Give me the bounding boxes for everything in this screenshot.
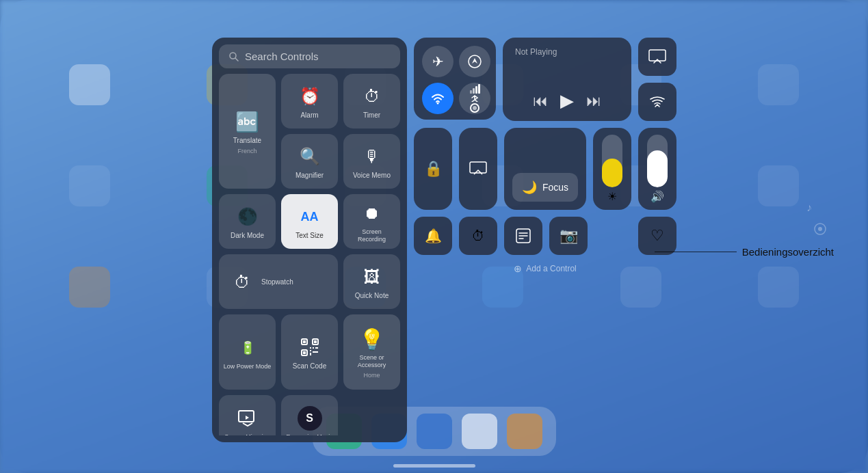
dark-mode-control[interactable]: 🌑 Dark Mode (219, 194, 276, 249)
notes-quick-btn[interactable] (504, 217, 542, 255)
not-playing-label: Not Playing (515, 47, 619, 57)
low-power-label: Low Power Mode (224, 363, 272, 370)
low-power-icon: 🔋 (235, 336, 260, 360)
alarm-icon: ⏰ (298, 84, 322, 109)
screen-mirroring-control[interactable]: Screen Mirroring (219, 395, 276, 435)
svg-rect-7 (303, 351, 306, 354)
svg-rect-8 (310, 347, 311, 349)
focus-label: Focus (542, 182, 568, 193)
stopwatch-control[interactable]: ⏱ Stopwatch (219, 254, 338, 309)
search-bar[interactable]: Search Controls (219, 44, 400, 68)
radio-waves-icon (813, 222, 827, 238)
add-control-btn[interactable]: ⊕ Add a Control (414, 263, 676, 274)
translate-sublabel: French (237, 148, 257, 154)
alarm-label: Alarm (300, 111, 318, 120)
wifi-btn[interactable] (422, 83, 453, 114)
low-power-control[interactable]: 🔋 Low Power Mode (219, 314, 276, 390)
scene-accessory-icon: 💡 (360, 327, 384, 351)
quick-note-icon: 🖼 (360, 265, 384, 289)
focus-btn[interactable]: 🌙 Focus (512, 173, 578, 202)
airplay-audio-btn[interactable] (638, 83, 676, 121)
annotation-text: Bedieningsoverzicht (742, 246, 834, 258)
airdrop-btn[interactable] (459, 46, 490, 77)
cc-bottom-row: 🔔 ⏱ 📷 ♡ (414, 217, 676, 255)
heart-icon: ♡ (650, 227, 664, 245)
scene-accessory-control[interactable]: 💡 Scene or Accessory Home (343, 314, 400, 390)
cc-middle-row: 🔒 🌙 Focus ☀ (414, 128, 676, 210)
svg-rect-11 (310, 350, 311, 351)
recognize-music-icon: S (298, 406, 322, 431)
svg-rect-9 (313, 347, 314, 349)
stopwatch-icon: ⏱ (230, 270, 254, 295)
speaker-icon: 🔊 (650, 190, 664, 203)
timer-control[interactable]: ⏱ Timer (343, 74, 400, 129)
text-size-icon: AA (298, 204, 322, 229)
recognize-music-control[interactable]: S Recognize Music (281, 395, 338, 435)
brightness-track (602, 135, 622, 187)
text-size-control[interactable]: AA Text Size (281, 194, 338, 249)
lock-rotation-icon: 🔒 (424, 160, 443, 178)
airplane-mode-btn[interactable]: ✈ (422, 46, 453, 77)
translate-control[interactable]: 🔤 Translate French (219, 74, 276, 189)
rotation-lock-btn[interactable]: 🔒 (414, 128, 452, 210)
volume-slider[interactable]: 🔊 (638, 128, 676, 210)
notes-icon (514, 227, 532, 245)
scan-code-label: Scan Code (293, 362, 326, 370)
screen-recording-label: Screen Recording (347, 228, 396, 243)
voice-memo-icon: 🎙 (360, 144, 384, 169)
add-icon: ⊕ (514, 263, 522, 274)
music-note-icon: ♪ (806, 202, 812, 214)
bell-icon: 🔔 (425, 228, 442, 244)
search-icon (228, 51, 239, 62)
focus-dots-icon (470, 103, 479, 113)
overlay-area: Search Controls 🔤 Translate French ⏰ Ala… (212, 38, 676, 442)
screen-recording-control[interactable]: ⏺ Screen Recording (343, 194, 400, 249)
top-right-icons (638, 38, 676, 121)
screen-recording-icon: ⏺ (360, 201, 384, 226)
volume-track (647, 135, 668, 187)
wifi-icon (430, 91, 445, 106)
play-btn[interactable]: ▶ (560, 90, 574, 111)
alarm-control[interactable]: ⏰ Alarm (281, 74, 338, 129)
mirror-icon (469, 161, 488, 177)
control-center-panel: ✈ (414, 38, 676, 442)
bluetooth-icon (470, 95, 479, 102)
moon-icon: 🌙 (522, 180, 537, 195)
screen-time-btn[interactable]: ⏱ (459, 217, 497, 255)
silent-mode-btn[interactable]: 🔔 (414, 217, 452, 255)
home-indicator[interactable] (393, 464, 475, 468)
stopwatch-label: Stopwatch (261, 278, 293, 286)
quick-note-control[interactable]: 🖼 Quick Note (343, 254, 400, 309)
voice-memo-control[interactable]: 🎙 Voice Memo (343, 134, 400, 189)
brightness-slider[interactable]: ☀ (593, 128, 631, 210)
search-placeholder: Search Controls (245, 51, 319, 62)
airdrop-icon (467, 54, 482, 69)
controls-grid: 🔤 Translate French ⏰ Alarm ⏱ Timer 🔍 Mag… (219, 74, 400, 435)
add-controls-panel: Search Controls 🔤 Translate French ⏰ Ala… (212, 38, 407, 442)
now-playing-block: Not Playing ⏮ ▶ ⏭ (503, 38, 631, 121)
svg-rect-10 (315, 347, 318, 349)
quick-note-label: Quick Note (355, 292, 389, 300)
svg-rect-13 (310, 353, 311, 355)
mirror-btn[interactable] (459, 128, 497, 210)
fast-forward-btn[interactable]: ⏭ (586, 92, 601, 110)
recognize-music-label: Recognize Music (286, 433, 333, 435)
svg-point-0 (230, 53, 236, 59)
svg-line-1 (236, 58, 239, 61)
translate-icon: 🔤 (235, 109, 260, 134)
screen-time-icon: ⏱ (471, 228, 485, 244)
cc-top-row: ✈ (414, 38, 676, 121)
scan-code-control[interactable]: Scan Code (281, 314, 338, 390)
connectivity-block: ✈ (414, 38, 496, 120)
radio-icon (813, 222, 827, 236)
camera-btn[interactable]: 📷 (549, 217, 588, 255)
rewind-btn[interactable]: ⏮ (533, 92, 548, 110)
screen-mirror-cc-btn[interactable] (638, 38, 676, 76)
sun-icon: ☀ (607, 190, 617, 203)
annotation-line (655, 252, 737, 252)
scan-code-icon (298, 335, 322, 360)
magnifier-control[interactable]: 🔍 Magnifier (281, 134, 338, 189)
cellular-btn[interactable] (459, 83, 490, 114)
svg-rect-5 (314, 340, 317, 343)
magnifier-label: Magnifier (295, 172, 324, 180)
